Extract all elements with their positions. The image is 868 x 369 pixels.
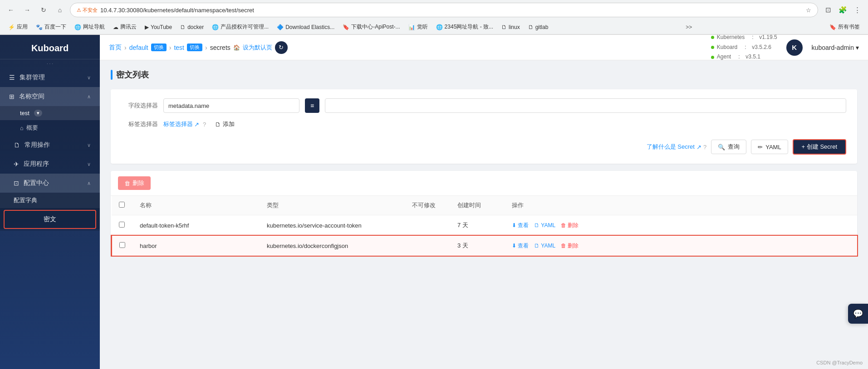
bookmark-wangzhi[interactable]: 🌐 网址导航 (71, 22, 108, 32)
elastic-icon: 🔷 (277, 24, 284, 30)
page-title: 密文列表 (111, 69, 857, 80)
sidebar-item-overview[interactable]: ⌂ 概要 (0, 120, 100, 136)
bookmark-elastic[interactable]: 🔷 Download Elastics... (273, 23, 338, 32)
tag-selector-row: 标签选择器 标签选择器 ↗ ? 🗋 添加 (122, 119, 846, 129)
delete-button[interactable]: 🗑 删除 (118, 176, 151, 190)
yaml-icon: ✏ (758, 144, 763, 151)
row1-yaml-link[interactable]: 🗋 YAML (534, 222, 555, 228)
row1-delete-link[interactable]: 🗑 删除 (561, 222, 579, 228)
breadcrumb-home[interactable]: 首页 (109, 44, 122, 52)
bookmarks-more-button[interactable]: >> (683, 23, 695, 32)
sidebar-namespace-label: 名称空间 (19, 92, 87, 101)
header-checkbox-cell (112, 196, 133, 215)
sidebar-item-test-ns[interactable]: test ▾ (0, 106, 100, 120)
field-selector-input[interactable] (163, 98, 299, 113)
reload-button[interactable]: ↻ (37, 4, 50, 16)
sidebar-item-app[interactable]: ✈ 应用程序 ∨ (0, 155, 100, 174)
namespace-submenu: test ▾ ⌂ 概要 🗋 常用操作 ∨ ✈ 应用程序 ∨ ⊡ 配置中心 ∧ (0, 106, 100, 231)
table-body: default-token-k5rhf kubernetes.io/servic… (112, 215, 858, 256)
query-label: 查询 (728, 143, 740, 151)
bookmark-youtube[interactable]: ▶ YouTube (141, 23, 176, 32)
breadcrumb: 首页 › default 切换 › test 切换 › secrets 🏠 设为… (109, 41, 288, 54)
bookmark-product[interactable]: 🌐 产品授权许可管理... (208, 22, 272, 32)
bookmark-listen[interactable]: 📊 觉听 (405, 22, 432, 32)
sidebar: Kuboard · · · ☰ 集群管理 ∨ ⊞ 名称空间 ∧ test ▾ ⌂… (0, 35, 100, 369)
tag-help-icon[interactable]: ? (203, 121, 206, 128)
row2-checkbox[interactable] (119, 242, 125, 248)
extensions-icon[interactable]: 🧩 (836, 4, 849, 16)
header-row: 名称 类型 不可修改 创建时间 操作 (112, 196, 858, 215)
table-header: 名称 类型 不可修改 创建时间 操作 (112, 196, 858, 215)
breadcrumb-sep2: › (169, 44, 172, 51)
bookmark-gitlab-label: gitlab (535, 24, 549, 30)
bookmark-allbooks[interactable]: 🔖 所有书签 (826, 22, 863, 32)
row1-view-link[interactable]: ⬇ 查看 (512, 222, 529, 228)
row2-immutable (405, 236, 450, 256)
add-tag-button[interactable]: 🗋 添加 (211, 119, 238, 129)
yaml-button[interactable]: ✏ YAML (751, 140, 788, 154)
create-secret-button[interactable]: + 创建 Secret (793, 139, 846, 155)
add-tag-label: 添加 (223, 120, 235, 128)
refresh-button[interactable]: ↻ (275, 41, 288, 54)
bookmark-apps[interactable]: ⚡ 应用 (5, 22, 31, 32)
browser-menu-icon[interactable]: ⋮ (851, 4, 863, 16)
delete-icon: 🗑 (124, 180, 130, 187)
bookmark-tencent[interactable]: ☁ 腾讯云 (109, 22, 140, 32)
user-name[interactable]: kuboard-admin ▾ (812, 44, 859, 51)
sidebar-item-secret[interactable]: 密文 (4, 210, 96, 229)
forward-button[interactable]: → (21, 4, 34, 16)
bookmark-gitlab[interactable]: 🗋 gitlab (525, 23, 552, 32)
home-button[interactable]: ⌂ (54, 4, 66, 16)
row2-view-link[interactable]: ⬇ 查看 (512, 243, 529, 249)
browser-chrome: ← → ↻ ⌂ ⚠ 不安全 10.4.7.30:30080/kubernetes… (0, 0, 868, 35)
sidebar-item-config-center[interactable]: ⊡ 配置中心 ∧ (0, 174, 100, 193)
header-right: Kubernetes : v1.19.5 Kuboard : v3.5.2.6 … (711, 35, 859, 62)
sidebar-item-common-ops[interactable]: 🗋 常用操作 ∨ (0, 136, 100, 155)
address-bar[interactable]: ⚠ 不安全 10.4.7.30:30080/kubernetes/default… (70, 3, 818, 17)
all-bookmarks-icon: 🔖 (829, 24, 836, 30)
breadcrumb-default-tag[interactable]: 切换 (151, 44, 167, 51)
query-button[interactable]: 🔍 查询 (711, 140, 746, 154)
user-avatar: K (786, 39, 803, 56)
field-value-input[interactable] (325, 98, 846, 113)
kuboard-status-dot (711, 46, 714, 49)
row2-delete-link[interactable]: 🗑 删除 (561, 243, 579, 249)
sidebar-item-config-map[interactable]: 配置字典 (0, 193, 100, 208)
bookmark-youtube-label: YouTube (151, 24, 172, 30)
learn-secret-link[interactable]: 了解什么是 Secret ↗ ? (647, 143, 706, 151)
row2-yaml-link[interactable]: 🗋 YAML (534, 243, 555, 249)
bookmark-linux[interactable]: 🗋 linux (498, 23, 524, 32)
breadcrumb-test-tag[interactable]: 切换 (187, 44, 202, 51)
sidebar-item-namespace[interactable]: ⊞ 名称空间 ∧ (0, 87, 100, 106)
breadcrumb-sep1: › (124, 44, 127, 51)
table-row: default-token-k5rhf kubernetes.io/servic… (112, 215, 858, 236)
bookmark-baidu[interactable]: 🐾 百度一下 (32, 22, 70, 32)
set-default-link[interactable]: 设为默认页 (243, 44, 272, 52)
browser-toolbar: ← → ↻ ⌂ ⚠ 不安全 10.4.7.30:30080/kubernetes… (0, 0, 868, 20)
row1-checkbox[interactable] (119, 222, 125, 228)
float-action-button[interactable]: 💬 (848, 304, 868, 324)
field-menu-button[interactable]: ≡ (305, 98, 319, 113)
k8s-status-dot (711, 36, 714, 39)
row1-immutable (405, 215, 450, 236)
table-row-highlighted: harbor kubernetes.io/dockerconfigjson 3 … (112, 236, 858, 256)
external-link-icon: ↗ (194, 121, 199, 128)
tag-selector: 标签选择器 ↗ ? (163, 120, 206, 128)
bookmark-nav2345[interactable]: 🌐 2345网址导航 - 致... (432, 22, 497, 32)
row2-type: kubernetes.io/dockerconfigjson (260, 236, 405, 256)
k8s-version: v1.19.5 (759, 35, 777, 43)
bookmark-apipost[interactable]: 🔖 下载中心-ApiPost-... (339, 22, 403, 32)
table-card: 🗑 删除 名称 类型 不可修改 创建时间 (111, 171, 857, 256)
tag-selector-link[interactable]: 标签选择器 ↗ (163, 120, 199, 128)
back-button[interactable]: ← (5, 4, 17, 16)
bookmark-docker-label: docker (187, 24, 204, 30)
sidebar-item-cluster[interactable]: ☰ 集群管理 ∨ (0, 68, 100, 87)
bookmark-star-icon[interactable]: ☆ (806, 7, 811, 14)
bookmark-elastic-label: Download Elastics... (285, 24, 334, 30)
bookmark-docker[interactable]: 🗋 docker (177, 23, 207, 32)
breadcrumb-test[interactable]: test (174, 44, 184, 51)
breadcrumb-default[interactable]: default (129, 44, 148, 51)
select-all-checkbox[interactable] (119, 202, 125, 208)
screenshot-icon[interactable]: ⊡ (822, 4, 834, 16)
row2-name: harbor (132, 236, 260, 256)
